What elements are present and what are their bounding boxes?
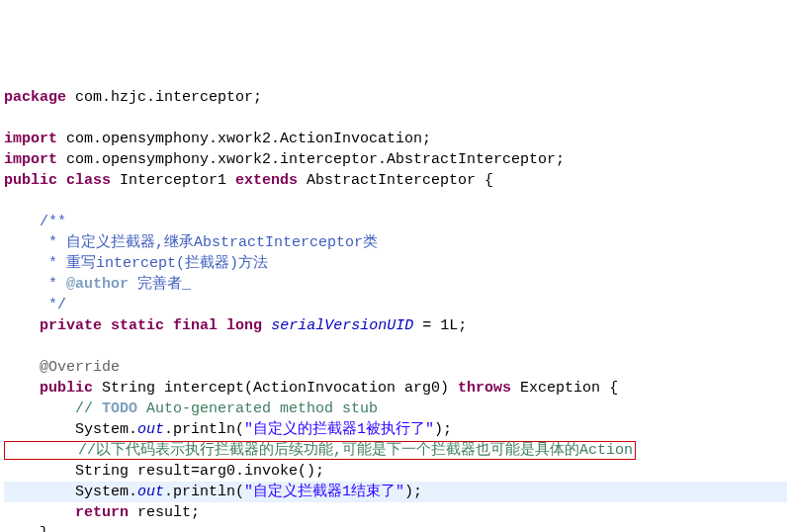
highlighted-line: System.out.println("自定义拦截器1结束了"); <box>4 482 787 502</box>
return-value: result; <box>129 504 200 521</box>
javadoc-line: /** <box>4 212 787 232</box>
blank-line <box>4 336 787 357</box>
code-line: import com.opensymphony.xwork2.intercept… <box>4 149 787 170</box>
keyword-package: package <box>4 89 66 106</box>
code-text: .println( <box>164 484 244 500</box>
code-line: System.out.println("自定义的拦截器1被执行了"); <box>4 419 787 440</box>
code-line: // TODO Auto-generated method stub <box>4 399 787 419</box>
keyword-public: public <box>4 172 57 189</box>
keyword-public: public <box>40 380 93 397</box>
javadoc-line: * @author 完善者_ <box>4 274 787 295</box>
superclass: AbstractInterceptor { <box>298 172 493 189</box>
javadoc-line: * 重写intercept(拦截器)方法 <box>4 253 787 274</box>
code-text: ); <box>404 484 422 500</box>
comment-text: Auto-generated method stub <box>137 400 378 417</box>
blank-line <box>4 191 787 212</box>
code-text: System. <box>4 484 137 500</box>
keyword-static: static <box>111 317 164 334</box>
code-line: public String intercept(ActionInvocation… <box>4 378 787 399</box>
javadoc-author-tag: @author <box>66 276 129 293</box>
code-line: package com.hzjc.interceptor; <box>4 87 787 108</box>
import-path: com.opensymphony.xwork2.ActionInvocation… <box>57 131 431 147</box>
keyword-import: import <box>4 151 57 168</box>
keyword-import: import <box>4 131 57 147</box>
code-line: import com.opensymphony.xwork2.ActionInv… <box>4 129 787 149</box>
field-serialversionuid: serialVersionUID <box>271 317 413 334</box>
blank-line <box>4 108 787 129</box>
code-text: ); <box>434 421 452 438</box>
method-signature: String intercept(ActionInvocation arg0) <box>93 380 458 397</box>
throws-clause: Exception { <box>511 380 618 397</box>
system-out: out <box>137 484 164 500</box>
code-text: System. <box>4 421 137 438</box>
comment-prefix: // <box>4 400 102 417</box>
package-name: com.hzjc.interceptor; <box>66 89 262 106</box>
keyword-long: long <box>226 317 262 334</box>
code-line: String result=arg0.invoke(); <box>4 461 787 482</box>
keyword-class: class <box>66 172 111 189</box>
code-editor[interactable]: package com.hzjc.interceptor; import com… <box>4 87 787 532</box>
import-path: com.opensymphony.xwork2.interceptor.Abst… <box>57 151 565 168</box>
boxed-comment: //以下代码表示执行拦截器的后续功能,可能是下一个拦截器也可能是具体的Actio… <box>4 441 636 460</box>
javadoc-line: * 自定义拦截器,继承AbstractInterceptor类 <box>4 232 787 253</box>
javadoc-line: */ <box>4 295 787 315</box>
annotation-override: @Override <box>4 357 787 378</box>
code-line: private static final long serialVersionU… <box>4 315 787 336</box>
javadoc-author: 完善者_ <box>129 276 191 293</box>
keyword-final: final <box>173 317 218 334</box>
keyword-return: return <box>75 504 129 521</box>
code-line: return result; <box>4 502 787 523</box>
class-name: Interceptor1 <box>111 172 235 189</box>
field-value: = 1L; <box>413 317 467 334</box>
system-out: out <box>137 421 164 438</box>
code-text: .println( <box>164 421 244 438</box>
string-literal: "自定义的拦截器1被执行了" <box>244 421 434 438</box>
code-line: //以下代码表示执行拦截器的后续功能,可能是下一个拦截器也可能是具体的Actio… <box>4 440 787 461</box>
keyword-extends: extends <box>235 172 298 189</box>
todo-tag: TODO <box>102 400 137 417</box>
string-literal: "自定义拦截器1结束了" <box>244 484 404 500</box>
code-line: } <box>4 523 787 532</box>
javadoc-text: * <box>4 276 66 293</box>
keyword-private: private <box>40 317 102 334</box>
keyword-throws: throws <box>458 380 511 397</box>
code-line: public class Interceptor1 extends Abstra… <box>4 170 787 191</box>
